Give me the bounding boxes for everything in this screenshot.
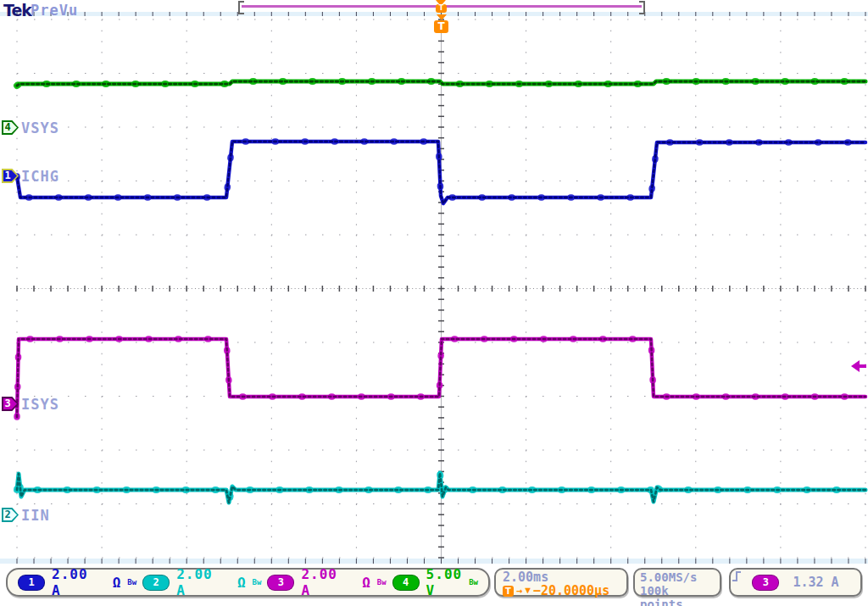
trigger-level-arrow-stem bbox=[859, 364, 866, 368]
ch3-readout[interactable]: 3 2.00 A ΩBw bbox=[267, 566, 386, 598]
waveform-display bbox=[0, 0, 868, 606]
ch2-iin-trace bbox=[17, 473, 865, 503]
channel-scale-bar: 1 2.00 A ΩBw 2 2.00 A ΩBw 3 2.00 A ΩBw 4… bbox=[6, 568, 490, 597]
sample-rate-value: 5.00MS/s bbox=[640, 570, 715, 584]
trigger-record-flag[interactable]: T bbox=[436, 4, 447, 13]
ch1-coupling: Ω bbox=[113, 575, 121, 591]
ch3-bandwidth-icon: Bw bbox=[377, 578, 387, 587]
trigger-position-flag[interactable]: T bbox=[434, 20, 448, 33]
trigger-position-value: −20.0000µs bbox=[533, 584, 609, 598]
ch3-scale: 2.00 A bbox=[301, 566, 355, 598]
ch4-bandwidth-icon: Bw bbox=[469, 578, 478, 587]
arrow-right-icon: → bbox=[516, 584, 522, 598]
ch2-coupling: Ω bbox=[237, 575, 246, 591]
ch1-marker-number: 1 bbox=[2, 170, 14, 181]
ch2-position-marker[interactable]: 2 bbox=[2, 508, 19, 522]
trigger-readout[interactable]: 3 1.32 A bbox=[729, 568, 862, 597]
oscilloscope-screen: Tek PreVu T T 4 VSYS 1 ICHG 3 ISYS 2 IIN bbox=[0, 0, 868, 606]
ch1-scale: 2.00 A bbox=[52, 566, 106, 598]
ch3-badge: 3 bbox=[267, 575, 294, 591]
ch1-position-marker[interactable]: 1 bbox=[2, 169, 19, 183]
ch2-scale: 2.00 A bbox=[176, 566, 231, 598]
ch1-badge: 1 bbox=[18, 575, 45, 591]
ch4-readout[interactable]: 4 5.00 V Bw bbox=[392, 566, 478, 598]
trigger-level-value: 1.32 A bbox=[793, 575, 838, 590]
cursor-down-icon: ▼ bbox=[525, 584, 531, 598]
acquisition-readout[interactable]: 5.00MS/s 100k points bbox=[633, 568, 721, 597]
ch2-readout[interactable]: 2 2.00 A ΩBw bbox=[142, 566, 261, 598]
ch3-position-marker[interactable]: 3 bbox=[2, 397, 19, 411]
ch2-label: IIN bbox=[21, 507, 50, 524]
ch4-badge: 4 bbox=[392, 575, 420, 591]
rising-edge-icon bbox=[731, 570, 743, 583]
ch3-marker-number: 3 bbox=[2, 398, 14, 409]
ch4-label: VSYS bbox=[21, 120, 59, 136]
ch4-position-marker[interactable]: 4 bbox=[2, 120, 19, 135]
record-view-right-bracket bbox=[639, 1, 645, 14]
record-view-left-bracket bbox=[238, 1, 244, 14]
ch2-badge: 2 bbox=[142, 575, 170, 591]
trigger-source-badge: 3 bbox=[752, 575, 779, 591]
ch4-scale: 5.00 V bbox=[426, 566, 463, 598]
trigger-position-arrow-icon bbox=[437, 14, 447, 20]
record-length-value: 100k points bbox=[640, 584, 715, 606]
ch4-marker-number: 4 bbox=[2, 121, 14, 133]
ch1-label: ICHG bbox=[21, 168, 59, 185]
ch3-label: ISYS bbox=[21, 396, 59, 413]
ch2-marker-number: 2 bbox=[2, 509, 14, 520]
trigger-t-icon: T bbox=[503, 586, 514, 597]
ch3-coupling: Ω bbox=[362, 575, 370, 591]
trigger-level-marker[interactable] bbox=[851, 360, 866, 372]
horizontal-readout[interactable]: 2.00ms T → ▼ −20.0000µs bbox=[494, 568, 628, 597]
ch1-readout[interactable]: 1 2.00 A ΩBw bbox=[18, 566, 136, 598]
timebase-value: 2.00ms bbox=[503, 570, 620, 584]
ch1-bandwidth-icon: Bw bbox=[127, 578, 136, 587]
ch4-vsys-trace bbox=[17, 81, 865, 86]
tek-logo: Tek bbox=[3, 1, 31, 19]
acquisition-mode-previu: PreVu bbox=[31, 2, 78, 19]
ch2-bandwidth-icon: Bw bbox=[253, 578, 262, 587]
